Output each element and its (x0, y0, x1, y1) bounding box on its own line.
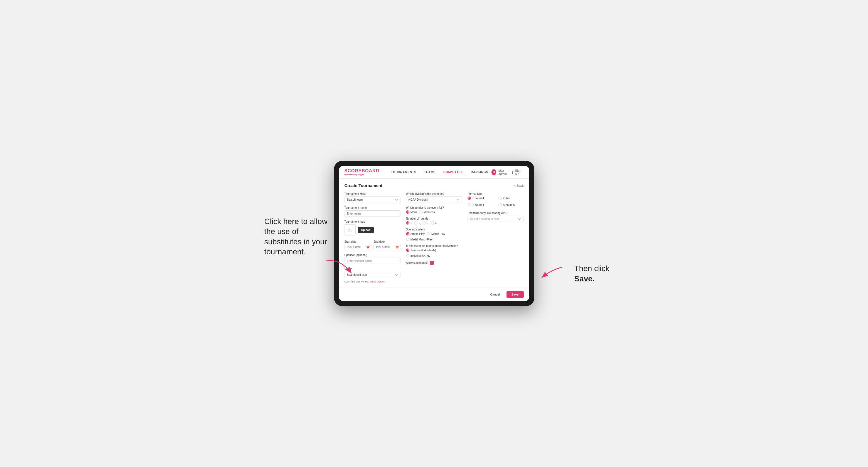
tournament-name-label: Tournament name (344, 206, 400, 209)
venue-note: Can't find your venue? email support (344, 280, 400, 283)
format-6count5[interactable]: 6 count 5 (498, 203, 524, 207)
email-support-link[interactable]: email support (370, 280, 385, 283)
upload-button[interactable]: Upload (358, 227, 374, 233)
scoring-service-select[interactable]: Select a scoring service (468, 216, 524, 222)
scoring-radio-group: Stroke Play Match Play Medal Match Play (406, 232, 462, 241)
rounds-2[interactable]: 2 (414, 221, 420, 225)
teams-individuals-label: Is this event for Teams and/or Individua… (406, 244, 462, 247)
format-other[interactable]: Other (498, 196, 524, 200)
format-5count4[interactable]: 5 count 4 (468, 196, 493, 200)
rounds-3-radio[interactable] (423, 221, 426, 225)
user-name: blair admin (498, 169, 510, 176)
end-date-label: End date (373, 240, 384, 243)
rounds-1[interactable]: 1 (406, 221, 412, 225)
scoring-match-label: Match Play (431, 232, 445, 236)
dates-group: Start date 📅 End date (344, 239, 400, 250)
format-6count4-radio[interactable] (468, 203, 471, 207)
rounds-3-label: 3 (427, 221, 429, 225)
sign-out-link[interactable]: Sign out (515, 169, 524, 176)
rounds-group: Number of rounds 1 2 (406, 217, 462, 225)
individuals-radio[interactable] (406, 254, 409, 257)
calendar-icon-end: 📅 (396, 246, 399, 249)
division-group: Which division is the event for? NCAA Di… (406, 192, 462, 203)
save-button[interactable]: Save (506, 291, 524, 298)
allow-substitutes-label: Allow substitutes? (406, 261, 428, 264)
format-6count5-radio[interactable] (498, 203, 502, 207)
tournament-name-input[interactable] (344, 210, 400, 217)
tablet-device: SCOREBOARD Powered by clippd TOURNAMENTS… (334, 161, 534, 306)
gender-label: Which gender is the event for? (406, 206, 462, 209)
rounds-1-label: 1 (410, 221, 412, 225)
format-type-group: Format type 5 count 4 Other (468, 192, 524, 208)
scoring-system-group: Scoring system Stroke Play Match Play (406, 228, 462, 241)
form-footer: Cancel Save (339, 287, 529, 301)
gender-womens[interactable]: Womens (420, 210, 435, 214)
date-row: Start date 📅 End date (344, 239, 400, 250)
page-header: Create Tournament < Back (344, 183, 524, 188)
rounds-4-radio[interactable] (431, 221, 434, 225)
rounds-1-radio[interactable] (406, 221, 409, 225)
rounds-label: Number of rounds (406, 217, 462, 220)
logo-powered: Powered by clippd (344, 174, 380, 176)
teams-radio-group: Teams (+Individuals) Individuals Only (406, 249, 462, 257)
page-content: Create Tournament < Back Tournament Host… (339, 179, 529, 287)
nav-rankings[interactable]: RANKINGS (467, 169, 492, 175)
division-select[interactable]: NCAA Division I (406, 196, 462, 203)
division-label: Which division is the event for? (406, 192, 462, 195)
cancel-button[interactable]: Cancel (486, 291, 504, 298)
arrow-right-icon (540, 264, 568, 281)
gender-womens-radio[interactable] (420, 210, 423, 214)
logo-upload-area: Upload (344, 224, 400, 236)
allow-substitutes-group: Allow substitutes? ✓ (406, 261, 462, 265)
scoring-match[interactable]: Match Play (427, 232, 445, 236)
avatar: B (492, 169, 496, 175)
format-type-label: Format type (468, 192, 524, 195)
gender-mens[interactable]: Mens (406, 210, 417, 214)
scoring-stroke[interactable]: Stroke Play (406, 232, 425, 236)
scoring-stroke-label: Stroke Play (410, 232, 425, 236)
teams-radio[interactable] (406, 249, 409, 252)
tournament-host-label: Tournament Host (344, 192, 400, 195)
logo-text-score: SCORE (344, 168, 362, 173)
scoring-medal-match[interactable]: Medal Match Play (406, 238, 432, 241)
scoring-match-radio[interactable] (427, 232, 430, 236)
scoring-service-group: Use third-party live scoring API? Select… (468, 212, 524, 222)
rounds-2-radio[interactable] (414, 221, 417, 225)
allow-substitutes-checkbox[interactable]: ✓ (430, 261, 434, 265)
nav-links: TOURNAMENTS TEAMS COMMITTEE RANKINGS (388, 169, 492, 175)
rounds-4[interactable]: 4 (431, 221, 437, 225)
rounds-4-label: 4 (435, 221, 437, 225)
tournament-logo-label: Tournament logo (344, 220, 400, 223)
allow-substitutes-row: Allow substitutes? ✓ (406, 261, 462, 265)
scoring-stroke-radio[interactable] (406, 232, 409, 236)
svg-point-3 (349, 229, 350, 229)
logo-scoreboard: SCOREBOARD (344, 169, 380, 173)
nav-committee[interactable]: COMMITTEE (440, 169, 466, 175)
teams-individuals-group: Is this event for Teams and/or Individua… (406, 244, 462, 257)
nav-separator: | (512, 170, 513, 174)
scoring-medal-radio[interactable] (406, 238, 409, 241)
tournament-host-group: Tournament Host Search team (344, 192, 400, 203)
calendar-icon-start: 📅 (366, 246, 370, 249)
logo-placeholder-icon (344, 224, 356, 236)
gender-mens-radio[interactable] (406, 210, 409, 214)
nav-teams[interactable]: TEAMS (421, 169, 439, 175)
format-5count4-radio[interactable] (468, 196, 471, 200)
end-date-wrapper: 📅 (373, 244, 400, 250)
rounds-3[interactable]: 3 (423, 221, 429, 225)
individuals-option[interactable]: Individuals Only (406, 254, 430, 257)
format-6count4-label: 6 count 4 (472, 204, 484, 207)
navbar: SCOREBOARD Powered by clippd TOURNAMENTS… (339, 166, 529, 179)
format-other-radio[interactable] (498, 196, 502, 200)
format-6count4[interactable]: 6 count 4 (468, 203, 493, 207)
rounds-radio-group: 1 2 3 (406, 221, 462, 225)
back-link[interactable]: < Back (514, 184, 524, 187)
nav-tournaments[interactable]: TOURNAMENTS (388, 169, 420, 175)
end-date-group: End date 📅 (373, 239, 400, 250)
rounds-2-label: 2 (418, 221, 420, 225)
tournament-host-select[interactable]: Search team (344, 196, 400, 203)
form-grid: Tournament Host Search team Tournament n… (344, 192, 524, 283)
gender-group: Which gender is the event for? Mens Wome… (406, 206, 462, 214)
format-options-grid: 5 count 4 Other 6 count 4 (468, 196, 524, 208)
teams-option[interactable]: Teams (+Individuals) (406, 249, 436, 252)
